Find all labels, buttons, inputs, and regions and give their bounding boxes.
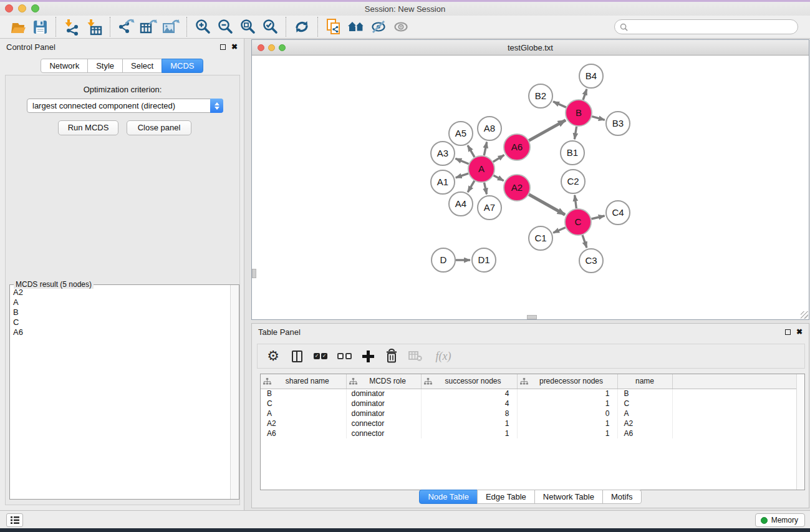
clone-network-icon [325, 18, 342, 36]
graph-edge-A-A2[interactable] [493, 175, 503, 181]
graph-node-label: C3 [585, 255, 597, 266]
zoom-out-button[interactable] [215, 17, 236, 37]
graph-edge-A-A6[interactable] [493, 155, 504, 162]
graph-edge-C-C2[interactable] [575, 195, 577, 208]
close-panel-icon[interactable]: ✖ [231, 43, 238, 51]
optimization-criterion-label: Optimization criterion: [6, 85, 239, 94]
import-table-button[interactable] [84, 17, 105, 37]
tab-edge-table[interactable]: Edge Table [477, 490, 535, 504]
column-header-shared-name[interactable]: shared name [261, 374, 346, 389]
tab-network-table[interactable]: Network Table [534, 490, 603, 504]
criterion-select-value: largest connected component (directed) [27, 101, 210, 110]
tab-network[interactable]: Network [41, 59, 88, 73]
tab-motifs[interactable]: Motifs [602, 490, 642, 504]
graph-edge-A-A1[interactable] [456, 173, 468, 178]
graph-edge-B-B4[interactable] [583, 89, 587, 100]
result-scrollbar[interactable] [230, 285, 239, 499]
float-panel-icon[interactable] [220, 44, 226, 50]
graph-node-label: B2 [535, 90, 546, 101]
close-panel-button[interactable]: Close panel [127, 120, 191, 135]
export-network-button[interactable] [115, 17, 137, 37]
delete-columns-button[interactable] [382, 347, 401, 365]
window-resize-grip[interactable] [801, 311, 808, 319]
zoom-fit-button[interactable] [237, 17, 258, 37]
float-panel-icon[interactable] [785, 329, 791, 335]
column-header-MCDS-role[interactable]: MCDS role [346, 374, 421, 389]
result-list-item[interactable]: B [11, 307, 229, 317]
apply-layout-button[interactable] [291, 17, 312, 37]
graph-edge-C-C3[interactable] [582, 235, 587, 248]
table-row[interactable]: Adominator80A [261, 409, 804, 418]
mcds-result-box: MCDS result (5 nodes) A2ABCA6 [9, 284, 239, 500]
main-toolbar [0, 16, 810, 39]
node-table: shared nameMCDS rolesuccessor nodesprede… [260, 374, 805, 490]
desktop-background [0, 528, 810, 532]
graph-edge-A-A8[interactable] [484, 142, 486, 156]
table-scrollbar[interactable] [796, 374, 804, 490]
hide-details-button[interactable] [368, 17, 389, 37]
memory-button[interactable]: Memory [755, 513, 805, 527]
run-mcds-button[interactable]: Run MCDS [58, 120, 118, 135]
table-row[interactable]: A2connector11A2 [261, 418, 804, 428]
result-list-item[interactable]: A [11, 297, 229, 307]
network-horizontal-scrollbar[interactable] [527, 315, 537, 319]
result-list-item[interactable]: A2 [11, 288, 229, 297]
deselect-all-button[interactable] [335, 347, 354, 365]
network-canvas[interactable]: B4B2BB3B1A5A8A6A3AA1A2A4A7C2C4CC1C3DD1 [252, 56, 809, 319]
table-settings-button[interactable]: ⚙ [264, 347, 282, 365]
close-panel-icon[interactable]: ✖ [796, 328, 803, 336]
search-input[interactable] [631, 22, 793, 31]
window-title: Session: New Session [0, 4, 810, 14]
graph-edge-C-C1[interactable] [553, 228, 566, 233]
delete-table-button[interactable] [406, 347, 425, 365]
export-network-icon [117, 19, 135, 35]
graph-edge-A-A7[interactable] [485, 183, 487, 195]
graph-edge-B-B2[interactable] [553, 102, 566, 107]
graph-edge-B-B3[interactable] [592, 117, 605, 120]
list-icon [10, 516, 20, 525]
task-history-button[interactable] [6, 513, 23, 527]
graph-edge-A6-B[interactable] [529, 120, 566, 141]
fit-content-button[interactable] [345, 17, 367, 37]
tab-select[interactable]: Select [122, 59, 162, 73]
column-header-successor-nodes[interactable]: successor nodes [421, 374, 517, 389]
tab-style[interactable]: Style [87, 59, 123, 73]
show-columns-button[interactable] [287, 347, 306, 365]
zoom-selected-button[interactable] [259, 17, 281, 37]
graph-edge-A-A4[interactable] [468, 181, 475, 192]
column-header-name[interactable]: name [617, 374, 672, 389]
show-details-button[interactable] [390, 17, 412, 37]
graph-edge-A-A5[interactable] [468, 145, 475, 157]
clone-network-button[interactable] [323, 17, 344, 37]
toolbar-separator [55, 17, 56, 37]
create-column-button[interactable] [359, 347, 377, 365]
select-all-button[interactable]: ✓ ✓ [311, 347, 330, 365]
table-panel-header: Table Panel ✖ [252, 324, 809, 340]
network-graph: B4B2BB3B1A5A8A6A3AA1A2A4A7C2C4CC1C3DD1 [252, 56, 809, 319]
function-builder-button[interactable]: f(x) [430, 347, 457, 365]
zoom-in-button[interactable] [192, 17, 213, 37]
result-list-item[interactable]: C [11, 317, 229, 327]
search-field[interactable] [614, 19, 798, 34]
table-row[interactable]: Bdominator41B [261, 389, 804, 399]
graph-edge-B-B1[interactable] [574, 127, 576, 140]
result-list-item[interactable]: A6 [11, 327, 229, 337]
graph-edge-A-A3[interactable] [455, 158, 468, 164]
unchecked-box-icon [337, 353, 344, 359]
graph-edge-A2-C[interactable] [529, 195, 565, 215]
open-session-button[interactable] [7, 17, 28, 37]
export-table-button[interactable] [138, 17, 159, 37]
save-session-button[interactable] [29, 17, 51, 37]
network-vertical-scrollbar[interactable] [252, 269, 256, 278]
table-row[interactable]: Cdominator41C [261, 399, 804, 409]
table-row[interactable]: A6connector11A6 [261, 428, 804, 438]
tab-mcds[interactable]: MCDS [162, 59, 203, 73]
column-header-predecessor-nodes[interactable]: predecessor nodes [517, 374, 617, 389]
export-image-button[interactable] [160, 17, 181, 37]
criterion-select[interactable]: largest connected component (directed) [27, 99, 223, 113]
graph-edge-C-C4[interactable] [591, 216, 604, 219]
tab-node-table[interactable]: Node Table [419, 490, 478, 504]
import-network-button[interactable] [61, 17, 82, 37]
refresh-icon [294, 19, 310, 35]
status-bar: Memory [0, 510, 810, 528]
